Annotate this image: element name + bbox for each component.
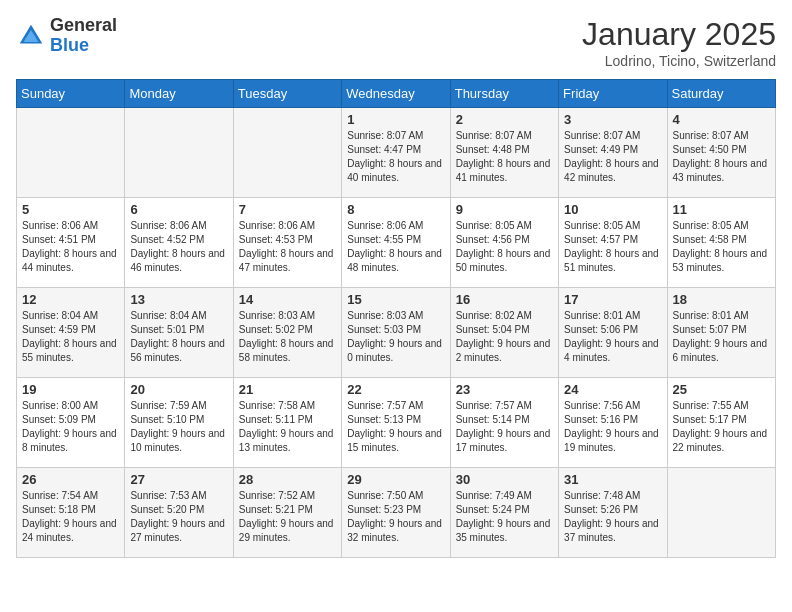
week-row-4: 19Sunrise: 8:00 AM Sunset: 5:09 PM Dayli… <box>17 378 776 468</box>
day-number: 2 <box>456 112 553 127</box>
day-cell: 6Sunrise: 8:06 AM Sunset: 4:52 PM Daylig… <box>125 198 233 288</box>
day-info: Sunrise: 7:48 AM Sunset: 5:26 PM Dayligh… <box>564 489 661 545</box>
day-number: 1 <box>347 112 444 127</box>
day-header-friday: Friday <box>559 80 667 108</box>
day-info: Sunrise: 8:03 AM Sunset: 5:03 PM Dayligh… <box>347 309 444 365</box>
day-header-monday: Monday <box>125 80 233 108</box>
logo-blue: Blue <box>50 36 117 56</box>
day-header-saturday: Saturday <box>667 80 775 108</box>
calendar-table: SundayMondayTuesdayWednesdayThursdayFrid… <box>16 79 776 558</box>
day-number: 5 <box>22 202 119 217</box>
day-cell: 2Sunrise: 8:07 AM Sunset: 4:48 PM Daylig… <box>450 108 558 198</box>
day-info: Sunrise: 8:03 AM Sunset: 5:02 PM Dayligh… <box>239 309 336 365</box>
day-info: Sunrise: 8:06 AM Sunset: 4:51 PM Dayligh… <box>22 219 119 275</box>
day-info: Sunrise: 7:57 AM Sunset: 5:13 PM Dayligh… <box>347 399 444 455</box>
day-cell <box>17 108 125 198</box>
day-cell <box>667 468 775 558</box>
day-number: 25 <box>673 382 770 397</box>
day-number: 8 <box>347 202 444 217</box>
week-row-2: 5Sunrise: 8:06 AM Sunset: 4:51 PM Daylig… <box>17 198 776 288</box>
day-info: Sunrise: 7:54 AM Sunset: 5:18 PM Dayligh… <box>22 489 119 545</box>
day-number: 20 <box>130 382 227 397</box>
day-header-thursday: Thursday <box>450 80 558 108</box>
day-info: Sunrise: 7:52 AM Sunset: 5:21 PM Dayligh… <box>239 489 336 545</box>
day-info: Sunrise: 7:56 AM Sunset: 5:16 PM Dayligh… <box>564 399 661 455</box>
day-number: 15 <box>347 292 444 307</box>
day-cell: 10Sunrise: 8:05 AM Sunset: 4:57 PM Dayli… <box>559 198 667 288</box>
day-info: Sunrise: 8:07 AM Sunset: 4:49 PM Dayligh… <box>564 129 661 185</box>
day-info: Sunrise: 8:05 AM Sunset: 4:56 PM Dayligh… <box>456 219 553 275</box>
week-row-5: 26Sunrise: 7:54 AM Sunset: 5:18 PM Dayli… <box>17 468 776 558</box>
day-cell: 11Sunrise: 8:05 AM Sunset: 4:58 PM Dayli… <box>667 198 775 288</box>
day-cell: 21Sunrise: 7:58 AM Sunset: 5:11 PM Dayli… <box>233 378 341 468</box>
day-cell: 16Sunrise: 8:02 AM Sunset: 5:04 PM Dayli… <box>450 288 558 378</box>
day-number: 30 <box>456 472 553 487</box>
day-cell <box>233 108 341 198</box>
day-info: Sunrise: 8:05 AM Sunset: 4:58 PM Dayligh… <box>673 219 770 275</box>
page-header: General Blue January 2025 Lodrino, Ticin… <box>16 16 776 69</box>
title-block: January 2025 Lodrino, Ticino, Switzerlan… <box>582 16 776 69</box>
week-row-1: 1Sunrise: 8:07 AM Sunset: 4:47 PM Daylig… <box>17 108 776 198</box>
day-number: 22 <box>347 382 444 397</box>
day-cell: 3Sunrise: 8:07 AM Sunset: 4:49 PM Daylig… <box>559 108 667 198</box>
day-info: Sunrise: 8:00 AM Sunset: 5:09 PM Dayligh… <box>22 399 119 455</box>
day-info: Sunrise: 8:05 AM Sunset: 4:57 PM Dayligh… <box>564 219 661 275</box>
day-cell: 8Sunrise: 8:06 AM Sunset: 4:55 PM Daylig… <box>342 198 450 288</box>
day-cell: 27Sunrise: 7:53 AM Sunset: 5:20 PM Dayli… <box>125 468 233 558</box>
logo-text: General Blue <box>50 16 117 56</box>
day-number: 23 <box>456 382 553 397</box>
day-header-sunday: Sunday <box>17 80 125 108</box>
day-number: 21 <box>239 382 336 397</box>
day-cell: 18Sunrise: 8:01 AM Sunset: 5:07 PM Dayli… <box>667 288 775 378</box>
day-cell: 31Sunrise: 7:48 AM Sunset: 5:26 PM Dayli… <box>559 468 667 558</box>
day-cell: 29Sunrise: 7:50 AM Sunset: 5:23 PM Dayli… <box>342 468 450 558</box>
day-info: Sunrise: 8:06 AM Sunset: 4:55 PM Dayligh… <box>347 219 444 275</box>
day-cell: 23Sunrise: 7:57 AM Sunset: 5:14 PM Dayli… <box>450 378 558 468</box>
day-cell: 12Sunrise: 8:04 AM Sunset: 4:59 PM Dayli… <box>17 288 125 378</box>
days-header-row: SundayMondayTuesdayWednesdayThursdayFrid… <box>17 80 776 108</box>
day-number: 17 <box>564 292 661 307</box>
day-cell: 22Sunrise: 7:57 AM Sunset: 5:13 PM Dayli… <box>342 378 450 468</box>
logo-general: General <box>50 16 117 36</box>
day-number: 19 <box>22 382 119 397</box>
day-info: Sunrise: 7:58 AM Sunset: 5:11 PM Dayligh… <box>239 399 336 455</box>
logo-icon <box>16 21 46 51</box>
calendar-subtitle: Lodrino, Ticino, Switzerland <box>582 53 776 69</box>
day-cell: 26Sunrise: 7:54 AM Sunset: 5:18 PM Dayli… <box>17 468 125 558</box>
day-info: Sunrise: 8:04 AM Sunset: 5:01 PM Dayligh… <box>130 309 227 365</box>
day-info: Sunrise: 8:06 AM Sunset: 4:52 PM Dayligh… <box>130 219 227 275</box>
day-number: 27 <box>130 472 227 487</box>
day-number: 12 <box>22 292 119 307</box>
day-cell: 5Sunrise: 8:06 AM Sunset: 4:51 PM Daylig… <box>17 198 125 288</box>
day-info: Sunrise: 8:07 AM Sunset: 4:47 PM Dayligh… <box>347 129 444 185</box>
day-number: 31 <box>564 472 661 487</box>
day-cell: 28Sunrise: 7:52 AM Sunset: 5:21 PM Dayli… <box>233 468 341 558</box>
day-number: 11 <box>673 202 770 217</box>
day-number: 26 <box>22 472 119 487</box>
day-cell: 17Sunrise: 8:01 AM Sunset: 5:06 PM Dayli… <box>559 288 667 378</box>
day-number: 10 <box>564 202 661 217</box>
day-cell: 15Sunrise: 8:03 AM Sunset: 5:03 PM Dayli… <box>342 288 450 378</box>
day-cell <box>125 108 233 198</box>
day-number: 14 <box>239 292 336 307</box>
day-cell: 9Sunrise: 8:05 AM Sunset: 4:56 PM Daylig… <box>450 198 558 288</box>
day-cell: 7Sunrise: 8:06 AM Sunset: 4:53 PM Daylig… <box>233 198 341 288</box>
day-number: 18 <box>673 292 770 307</box>
day-cell: 14Sunrise: 8:03 AM Sunset: 5:02 PM Dayli… <box>233 288 341 378</box>
day-header-wednesday: Wednesday <box>342 80 450 108</box>
day-number: 29 <box>347 472 444 487</box>
day-cell: 25Sunrise: 7:55 AM Sunset: 5:17 PM Dayli… <box>667 378 775 468</box>
day-info: Sunrise: 7:57 AM Sunset: 5:14 PM Dayligh… <box>456 399 553 455</box>
day-info: Sunrise: 7:53 AM Sunset: 5:20 PM Dayligh… <box>130 489 227 545</box>
day-number: 28 <box>239 472 336 487</box>
day-cell: 13Sunrise: 8:04 AM Sunset: 5:01 PM Dayli… <box>125 288 233 378</box>
day-number: 7 <box>239 202 336 217</box>
day-number: 6 <box>130 202 227 217</box>
day-cell: 4Sunrise: 8:07 AM Sunset: 4:50 PM Daylig… <box>667 108 775 198</box>
day-cell: 20Sunrise: 7:59 AM Sunset: 5:10 PM Dayli… <box>125 378 233 468</box>
day-cell: 30Sunrise: 7:49 AM Sunset: 5:24 PM Dayli… <box>450 468 558 558</box>
logo: General Blue <box>16 16 117 56</box>
day-info: Sunrise: 8:01 AM Sunset: 5:06 PM Dayligh… <box>564 309 661 365</box>
day-info: Sunrise: 8:07 AM Sunset: 4:50 PM Dayligh… <box>673 129 770 185</box>
week-row-3: 12Sunrise: 8:04 AM Sunset: 4:59 PM Dayli… <box>17 288 776 378</box>
